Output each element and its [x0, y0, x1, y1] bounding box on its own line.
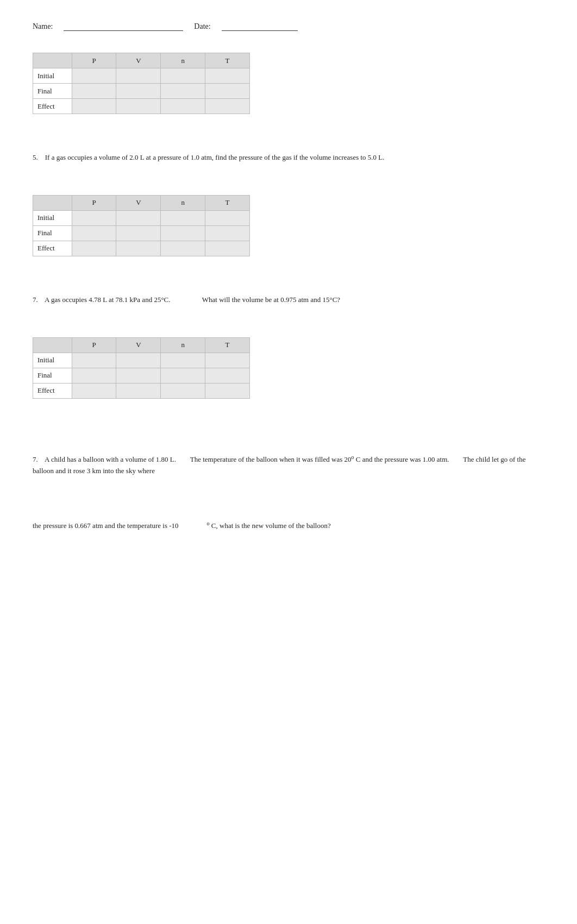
table3-effect-v[interactable]: [116, 383, 161, 398]
q7b-number: 7.: [33, 455, 38, 463]
q5-body: If a gas occupies a volume of 2.0 L at a…: [45, 153, 385, 161]
q5-text: 5. If a gas occupies a volume of 2.0 L a…: [33, 152, 544, 164]
table2-initial-t[interactable]: [205, 210, 250, 225]
table2-initial-v[interactable]: [116, 210, 161, 225]
table1-effect-v[interactable]: [116, 99, 161, 114]
pvnt-table-3: P V n T Initial Final Effect: [33, 337, 250, 399]
q7b-body1: A child has a balloon with a volume of 1…: [45, 455, 176, 463]
table1-header-row: P V n T: [33, 53, 250, 68]
table3-initial-label: Initial: [33, 353, 72, 368]
table2-col-n: n: [161, 195, 205, 210]
table3-initial-p[interactable]: [72, 353, 116, 368]
table2-initial-row: Initial: [33, 210, 250, 225]
table1-initial-p[interactable]: [72, 68, 116, 84]
q7b-superscript1: o: [351, 454, 354, 460]
table2-col-t: T: [205, 195, 250, 210]
table3-effect-p[interactable]: [72, 383, 116, 398]
table2-header-row: P V n T: [33, 195, 250, 210]
table1-final-n[interactable]: [161, 84, 205, 99]
table2-col-p: P: [72, 195, 116, 210]
q5-number: 5.: [33, 153, 38, 161]
section-table1: P V n T Initial Final Effect: [33, 53, 544, 114]
pvnt-table-1: P V n T Initial Final Effect: [33, 53, 250, 114]
q7b-text-part2: the pressure is 0.667 atm and the temper…: [33, 519, 544, 532]
table2-effect-p[interactable]: [72, 241, 116, 256]
table1-col-n: n: [161, 53, 205, 68]
table2-initial-label: Initial: [33, 210, 72, 225]
table3-effect-n[interactable]: [161, 383, 205, 398]
table3-initial-v[interactable]: [116, 353, 161, 368]
table3-final-label: Final: [33, 368, 72, 383]
table2-final-v[interactable]: [116, 225, 161, 241]
table3-final-t[interactable]: [205, 368, 250, 383]
table1-final-label: Final: [33, 84, 72, 99]
table1-col-v: V: [116, 53, 161, 68]
table3-col-n: n: [161, 337, 205, 353]
table1-final-p[interactable]: [72, 84, 116, 99]
table1-effect-row: Effect: [33, 99, 250, 114]
section-q7b: 7. A child has a balloon with a volume o…: [33, 420, 544, 532]
table3-final-row: Final: [33, 368, 250, 383]
table2-col-v: V: [116, 195, 161, 210]
name-label: Name:: [33, 22, 53, 31]
date-underline-field[interactable]: [222, 22, 298, 31]
table3-initial-t[interactable]: [205, 353, 250, 368]
table2-final-t[interactable]: [205, 225, 250, 241]
table3-final-p[interactable]: [72, 368, 116, 383]
table1-final-v[interactable]: [116, 84, 161, 99]
table2-final-label: Final: [33, 225, 72, 241]
q7a-number: 7.: [33, 296, 38, 304]
q7b-body2: The temperature of the balloon when it w…: [190, 455, 352, 463]
table2-final-p[interactable]: [72, 225, 116, 241]
table2-final-n[interactable]: [161, 225, 205, 241]
q7a-body1: A gas occupies 4.78 L at 78.1 kPa and 25…: [45, 296, 170, 304]
table3-final-v[interactable]: [116, 368, 161, 383]
q7b-text-part1: 7. A child has a balloon with a volume o…: [33, 453, 544, 477]
table3-initial-row: Initial: [33, 353, 250, 368]
table3-final-n[interactable]: [161, 368, 205, 383]
table2-final-row: Final: [33, 225, 250, 241]
table1-initial-v[interactable]: [116, 68, 161, 84]
table2-initial-n[interactable]: [161, 210, 205, 225]
table3-effect-label: Effect: [33, 383, 72, 398]
table3-corner: [33, 337, 72, 353]
q7a-body2: What will the volume be at 0.975 atm and…: [202, 296, 340, 304]
table2-effect-n[interactable]: [161, 241, 205, 256]
table2-effect-t[interactable]: [205, 241, 250, 256]
table1-final-t[interactable]: [205, 84, 250, 99]
table1-corner: [33, 53, 72, 68]
table3-effect-t[interactable]: [205, 383, 250, 398]
pvnt-table-2: P V n T Initial Final Effect: [33, 195, 250, 256]
table1-effect-n[interactable]: [161, 99, 205, 114]
table1-col-p: P: [72, 53, 116, 68]
table2-corner: [33, 195, 72, 210]
table1-effect-label: Effect: [33, 99, 72, 114]
section-q7a: 7. A gas occupies 4.78 L at 78.1 kPa and…: [33, 278, 544, 399]
name-underline-field[interactable]: [64, 22, 183, 31]
table2-effect-label: Effect: [33, 241, 72, 256]
date-label: Date:: [194, 22, 210, 31]
q7b-body3: C and the pressure was 1.00 atm.: [356, 455, 449, 463]
table3-initial-n[interactable]: [161, 353, 205, 368]
table2-initial-p[interactable]: [72, 210, 116, 225]
table3-header-row: P V n T: [33, 337, 250, 353]
table2-effect-row: Effect: [33, 241, 250, 256]
table1-effect-t[interactable]: [205, 99, 250, 114]
q7b-body5: the pressure is 0.667 atm and the temper…: [33, 521, 179, 530]
table1-initial-n[interactable]: [161, 68, 205, 84]
table1-initial-label: Initial: [33, 68, 72, 84]
table3-effect-row: Effect: [33, 383, 250, 398]
table2-effect-v[interactable]: [116, 241, 161, 256]
q7b-body6: C, what is the new volume of the balloon…: [211, 521, 331, 530]
table1-initial-t[interactable]: [205, 68, 250, 84]
table3-col-t: T: [205, 337, 250, 353]
table3-col-p: P: [72, 337, 116, 353]
q7a-text: 7. A gas occupies 4.78 L at 78.1 kPa and…: [33, 294, 544, 306]
section-q5: 5. If a gas occupies a volume of 2.0 L a…: [33, 136, 544, 256]
table1-final-row: Final: [33, 84, 250, 99]
table1-effect-p[interactable]: [72, 99, 116, 114]
table1-col-t: T: [205, 53, 250, 68]
q7b-superscript2: o: [207, 520, 210, 526]
header-row: Name: Date:: [33, 22, 544, 31]
table1-initial-row: Initial: [33, 68, 250, 84]
